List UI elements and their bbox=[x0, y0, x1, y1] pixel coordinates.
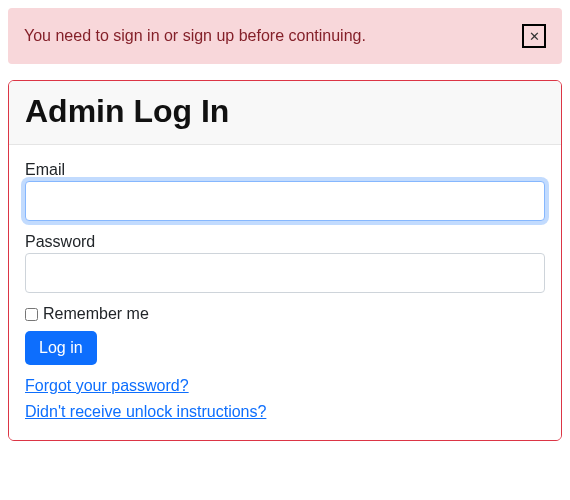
alert-close-button[interactable]: ✕ bbox=[522, 24, 546, 48]
flash-alert-message: You need to sign in or sign up before co… bbox=[24, 27, 366, 45]
login-card: Admin Log In Email Password Remember me … bbox=[8, 80, 562, 441]
password-label: Password bbox=[25, 233, 545, 251]
email-field[interactable] bbox=[25, 181, 545, 221]
password-field[interactable] bbox=[25, 253, 545, 293]
auth-links: Forgot your password? Didn't receive unl… bbox=[25, 373, 545, 424]
unlock-instructions-link[interactable]: Didn't receive unlock instructions? bbox=[25, 399, 266, 425]
remember-me-checkbox[interactable] bbox=[25, 308, 38, 321]
login-card-header: Admin Log In bbox=[9, 81, 561, 145]
page-title: Admin Log In bbox=[25, 93, 545, 130]
remember-me-label: Remember me bbox=[43, 305, 149, 323]
forgot-password-link[interactable]: Forgot your password? bbox=[25, 373, 189, 399]
login-card-body: Email Password Remember me Log in Forgot… bbox=[9, 145, 561, 440]
login-button[interactable]: Log in bbox=[25, 331, 97, 365]
close-icon: ✕ bbox=[529, 30, 540, 43]
email-group: Email bbox=[25, 161, 545, 221]
flash-alert: You need to sign in or sign up before co… bbox=[8, 8, 562, 64]
password-group: Password bbox=[25, 233, 545, 293]
remember-me-row: Remember me bbox=[25, 305, 545, 323]
email-label: Email bbox=[25, 161, 545, 179]
